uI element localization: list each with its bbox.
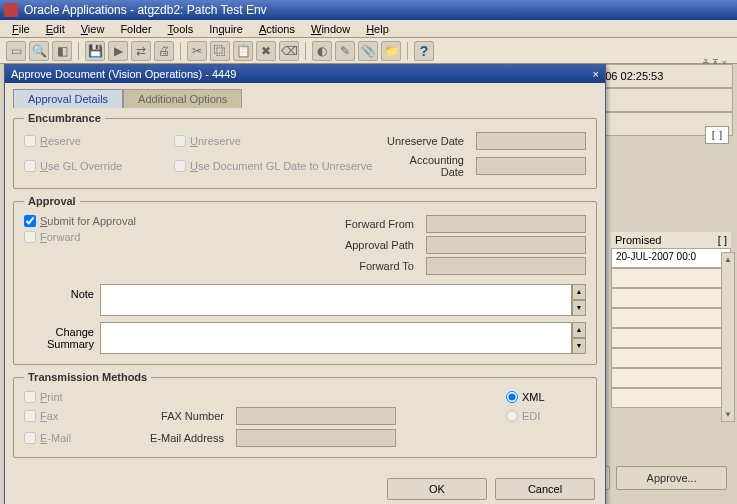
approval-group: Approval Submit for Approval Forward For… (13, 195, 597, 365)
approve-button[interactable]: Approve... (616, 466, 727, 490)
cs-spin-down-icon[interactable]: ▼ (572, 338, 586, 354)
app-title: Oracle Applications - atgzdb2: Patch Tes… (24, 3, 733, 17)
unreserve-date-field (476, 132, 586, 150)
menu-folder[interactable]: Folder (114, 22, 157, 36)
email-address-field (236, 429, 396, 447)
use-gl-override-checkbox: Use GL Override (24, 160, 164, 172)
menu-inquire[interactable]: Inquire (203, 22, 249, 36)
note-textarea[interactable] (100, 284, 572, 316)
tb-switch-icon[interactable]: ⇄ (131, 41, 151, 61)
unreserve-checkbox: Unreserve (174, 135, 374, 147)
bg-cell-empty[interactable] (611, 288, 731, 308)
bg-col-brackets: [ ] (718, 234, 727, 246)
bg-scrollbar[interactable] (721, 252, 735, 422)
approval-path-label: Approval Path (330, 239, 420, 251)
reserve-checkbox: Reserve (24, 135, 164, 147)
tb-attach-icon[interactable]: 📎 (358, 41, 378, 61)
bg-cell-empty[interactable] (611, 368, 731, 388)
accounting-date-field (476, 157, 586, 175)
tb-folder-icon[interactable]: 📁 (381, 41, 401, 61)
cs-spin-up-icon[interactable]: ▲ (572, 322, 586, 338)
menu-edit[interactable]: Edit (40, 22, 71, 36)
xml-radio[interactable]: XML (506, 391, 586, 403)
menu-window[interactable]: Window (305, 22, 356, 36)
tab-approval-details[interactable]: Approval Details (13, 89, 123, 108)
bg-cell-promised[interactable]: 20-JUL-2007 00:0 (611, 248, 731, 268)
print-checkbox: Print (24, 391, 124, 403)
use-doc-gl-date-checkbox: Use Document GL Date to Unreserve (174, 160, 374, 172)
tb-new-icon[interactable]: ▭ (6, 41, 26, 61)
change-summary-textarea[interactable] (100, 322, 572, 354)
bg-cell-empty[interactable] (611, 328, 731, 348)
encumbrance-group: Encumbrance Reserve Unreserve Unreserve … (13, 112, 597, 189)
submit-for-approval-checkbox[interactable]: Submit for Approval (24, 215, 184, 227)
approve-document-dialog: Approve Document (Vision Operations) - 4… (4, 64, 606, 504)
edi-radio: EDI (506, 410, 586, 422)
menu-view[interactable]: View (75, 22, 111, 36)
tb-clear-icon[interactable]: ⌫ (279, 41, 299, 61)
tb-print-icon[interactable]: 🖨 (154, 41, 174, 61)
tb-translate-icon[interactable]: ✎ (335, 41, 355, 61)
bg-cell-empty[interactable] (611, 348, 731, 368)
app-titlebar: Oracle Applications - atgzdb2: Patch Tes… (0, 0, 737, 20)
email-checkbox: E-Mail (24, 432, 124, 444)
tb-zoom-icon[interactable]: ◐ (312, 41, 332, 61)
fax-number-field (236, 407, 396, 425)
dialog-tabs: Approval Details Additional Options (13, 89, 597, 108)
approval-path-field (426, 236, 586, 254)
tb-next-icon[interactable]: ▶ (108, 41, 128, 61)
note-label: Note (24, 284, 94, 300)
tb-delete-icon[interactable]: ✖ (256, 41, 276, 61)
bg-cell-empty[interactable] (611, 268, 731, 288)
accounting-date-label: Accounting Date (384, 154, 470, 178)
tb-nav-icon[interactable]: ◧ (52, 41, 72, 61)
bg-col-promised: Promised (615, 234, 661, 246)
menu-actions[interactable]: Actions (253, 22, 301, 36)
bg-flex-field[interactable]: [ ] (705, 126, 729, 144)
oracle-logo-icon (4, 3, 18, 17)
encumbrance-legend: Encumbrance (24, 112, 105, 124)
tb-copy-icon[interactable]: ⿻ (210, 41, 230, 61)
unreserve-date-label: Unreserve Date (387, 135, 470, 147)
bg-cell-empty[interactable] (611, 308, 731, 328)
ok-button[interactable]: OK (387, 478, 487, 500)
email-address-label: E-Mail Address (130, 432, 230, 444)
dialog-title-text: Approve Document (Vision Operations) - 4… (11, 68, 236, 80)
fax-checkbox: Fax (24, 410, 124, 422)
dialog-close-icon[interactable]: × (593, 68, 599, 80)
tab-additional-options[interactable]: Additional Options (123, 89, 242, 108)
note-spin-down-icon[interactable]: ▼ (572, 300, 586, 316)
tb-paste-icon[interactable]: 📋 (233, 41, 253, 61)
dialog-titlebar: Approve Document (Vision Operations) - 4… (5, 65, 605, 83)
menu-help[interactable]: Help (360, 22, 395, 36)
forward-checkbox: Forward (24, 231, 184, 243)
cancel-button[interactable]: Cancel (495, 478, 595, 500)
forward-from-label: Forward From (330, 218, 420, 230)
forward-to-label: Forward To (330, 260, 420, 272)
transmission-legend: Transmission Methods (24, 371, 151, 383)
forward-to-field (426, 257, 586, 275)
tb-help-icon[interactable]: ? (414, 41, 434, 61)
forward-from-field (426, 215, 586, 233)
toolbar: ▭ 🔍 ◧ 💾 ▶ ⇄ 🖨 ✂ ⿻ 📋 ✖ ⌫ ◐ ✎ 📎 📁 ? (0, 38, 737, 64)
menubar: File Edit View Folder Tools Inquire Acti… (0, 20, 737, 38)
approval-legend: Approval (24, 195, 80, 207)
transmission-group: Transmission Methods Print XML Fax FAX N… (13, 371, 597, 458)
tb-find-icon[interactable]: 🔍 (29, 41, 49, 61)
note-spin-up-icon[interactable]: ▲ (572, 284, 586, 300)
menu-file[interactable]: File (6, 22, 36, 36)
change-summary-label: ChangeSummary (24, 322, 94, 350)
fax-number-label: FAX Number (130, 410, 230, 422)
tb-cut-icon[interactable]: ✂ (187, 41, 207, 61)
tb-save-icon[interactable]: 💾 (85, 41, 105, 61)
bg-table: Promised [ ] 20-JUL-2007 00:0 (611, 232, 731, 408)
menu-tools[interactable]: Tools (162, 22, 200, 36)
bg-cell-empty[interactable] (611, 388, 731, 408)
